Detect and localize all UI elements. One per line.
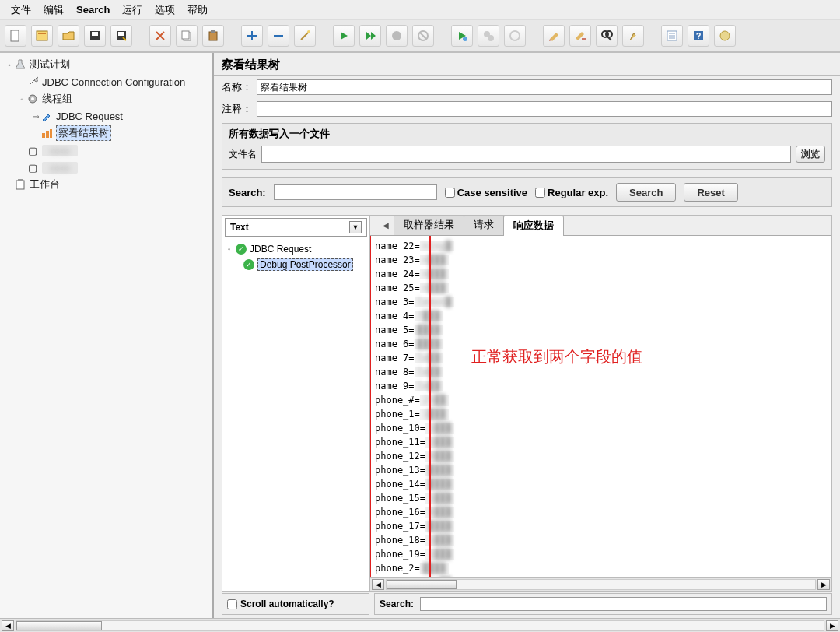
search-panel: Search: Case sensitive Regular exp. Sear… <box>222 177 832 207</box>
tab-response-data[interactable]: 响应数据 <box>503 216 564 236</box>
svg-point-12 <box>392 31 401 40</box>
response-line: name_23=n███ <box>375 253 827 267</box>
response-line: phone_19=1███ <box>375 547 827 561</box>
case-sensitive-check[interactable]: Case sensitive <box>445 187 527 198</box>
tree-test-plan[interactable]: 测试计划 <box>30 58 70 72</box>
response-line: phone_16=8███ <box>375 505 827 519</box>
shutdown-icon[interactable] <box>412 25 434 47</box>
tabs-scroll-left-icon[interactable]: ◀ <box>383 221 392 230</box>
tab-sampler-result[interactable]: 取样器结果 <box>394 216 464 235</box>
svg-rect-8 <box>182 31 189 39</box>
scroll-auto-check[interactable]: Scroll automatically? <box>222 593 369 615</box>
response-line: phone_#=25██ <box>375 393 827 407</box>
save-icon[interactable] <box>84 25 106 47</box>
result-debug-pp[interactable]: Debug PostProcessor <box>257 258 353 271</box>
remote-stop-icon[interactable] <box>478 25 499 47</box>
footer-search-input[interactable] <box>420 597 827 611</box>
renderer-combo[interactable]: Text ▼ <box>225 218 367 237</box>
app-hscroll[interactable]: ◀ ▶ <box>0 618 840 632</box>
scroll-left-icon[interactable]: ◀ <box>372 579 384 590</box>
name-input[interactable] <box>257 79 832 95</box>
search-button[interactable]: Search <box>616 183 676 202</box>
templates-icon[interactable] <box>31 25 53 47</box>
menu-file[interactable]: 文件 <box>5 0 37 20</box>
menu-options[interactable]: 选项 <box>149 0 181 20</box>
response-data-area[interactable]: name_22=ning█name_23=n███name_24=n███nam… <box>370 236 831 577</box>
clear-search-icon[interactable] <box>622 25 644 47</box>
minus-icon[interactable] <box>268 25 289 47</box>
run-icon[interactable] <box>333 25 355 47</box>
new-icon[interactable] <box>5 25 26 47</box>
regex-check[interactable]: Regular exp. <box>535 187 608 198</box>
menu-help[interactable]: 帮助 <box>181 0 214 20</box>
response-line: phone_10=1███ <box>375 421 827 435</box>
footer-search-label: Search: <box>380 599 414 609</box>
scroll-left-icon[interactable]: ◀ <box>2 620 14 631</box>
svg-rect-6 <box>118 32 124 36</box>
scroll-right-icon[interactable]: ▶ <box>817 579 830 590</box>
response-line: phone_18=1███ <box>375 533 827 547</box>
name-label: 名称： <box>222 80 252 94</box>
remote-start-icon[interactable] <box>451 25 473 47</box>
response-hscroll[interactable]: ◀ ▶ <box>370 577 831 591</box>
wand-icon[interactable] <box>294 25 316 47</box>
paste-icon[interactable] <box>202 25 224 47</box>
panel-title: 察看结果树 <box>214 53 840 76</box>
clear-all-icon[interactable] <box>569 25 591 47</box>
svg-point-18 <box>510 31 520 40</box>
response-line: name_5=████ <box>375 323 827 337</box>
open-icon[interactable] <box>58 25 79 47</box>
annotation-text: 正常获取到两个字段的值 <box>471 349 642 363</box>
remote-shutdown-icon[interactable] <box>504 25 526 47</box>
comment-input[interactable] <box>257 101 832 117</box>
help-icon[interactable]: ? <box>688 25 709 47</box>
chevron-down-icon: ▼ <box>349 221 362 233</box>
run-no-pause-icon[interactable] <box>359 25 381 47</box>
tree-blurred-1: xxxx <box>42 145 78 156</box>
pipette-icon <box>40 110 53 122</box>
clipboard-icon <box>14 178 26 191</box>
tree-thread-group[interactable]: 线程组 <box>42 92 72 106</box>
save-as-icon[interactable] <box>110 25 132 47</box>
tree-view-results[interactable]: 察看结果树 <box>56 125 111 141</box>
about-icon[interactable] <box>714 25 736 47</box>
pass-icon: ✓ <box>243 259 254 270</box>
blur-icon: ▢ <box>26 144 39 156</box>
svg-rect-34 <box>16 181 24 189</box>
svg-rect-4 <box>92 32 98 36</box>
stop-icon[interactable] <box>386 25 408 47</box>
menu-search[interactable]: Search <box>70 1 116 19</box>
tree-workbench[interactable]: 工作台 <box>30 177 60 191</box>
filebox-title: 所有数据写入一个文件 <box>229 127 825 141</box>
response-line: phone_20=15██ <box>375 575 827 577</box>
menu-run[interactable]: 运行 <box>116 0 149 20</box>
svg-text:?: ? <box>696 31 702 40</box>
find-icon[interactable] <box>596 25 618 47</box>
test-plan-tree[interactable]: ◦测试计划 JDBC Connection Configuration ◦线程组… <box>0 53 214 618</box>
result-tree[interactable]: ◦✓JDBC Request ✓Debug PostProcessor <box>222 239 369 591</box>
response-line: name_4=7███ <box>375 309 827 323</box>
reset-button[interactable]: Reset <box>684 183 737 202</box>
plus-icon[interactable] <box>241 25 263 47</box>
svg-rect-10 <box>211 30 215 33</box>
copy-icon[interactable] <box>176 25 198 47</box>
response-line: name_25=n███ <box>375 281 827 295</box>
write-to-file-box: 所有数据写入一个文件 文件名 浏览 <box>222 123 832 170</box>
svg-line-14 <box>420 33 426 39</box>
function-helper-icon[interactable] <box>661 25 683 47</box>
filename-label: 文件名 <box>229 148 257 161</box>
search-input[interactable] <box>274 184 437 200</box>
filename-input[interactable] <box>261 146 791 163</box>
browse-button[interactable]: 浏览 <box>796 146 825 163</box>
svg-point-28 <box>720 31 730 40</box>
cut-icon[interactable] <box>149 25 171 47</box>
response-line: name_24=n███ <box>375 267 827 281</box>
clear-icon[interactable] <box>543 25 565 47</box>
toolbar: ? <box>0 20 840 53</box>
tab-request[interactable]: 请求 <box>464 216 504 235</box>
tree-jdbc-conf[interactable]: JDBC Connection Configuration <box>42 76 185 88</box>
result-jdbc-request[interactable]: JDBC Request <box>250 244 311 255</box>
scroll-right-icon[interactable]: ▶ <box>826 620 838 631</box>
tree-jdbc-request[interactable]: JDBC Request <box>56 111 123 122</box>
menu-edit[interactable]: 编辑 <box>37 0 70 20</box>
